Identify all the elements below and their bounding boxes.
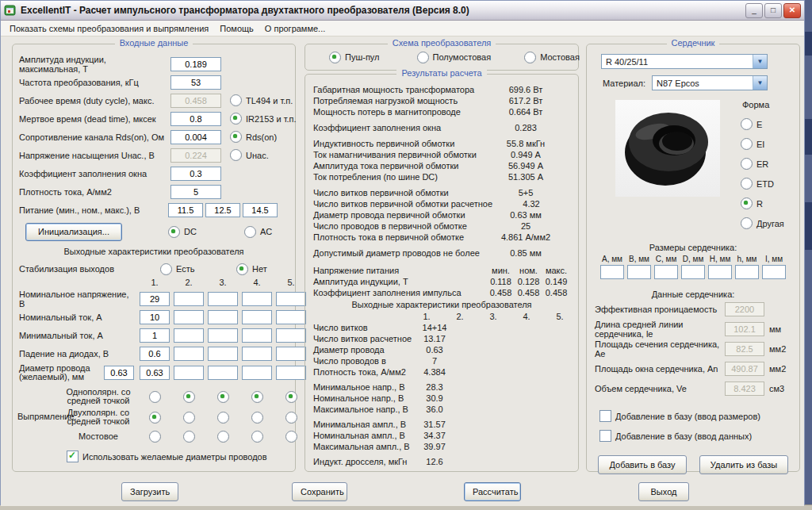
dim-a-input[interactable] (600, 265, 624, 279)
dc-radio[interactable]: DC (168, 226, 197, 238)
delete-from-db-button[interactable]: Удалить из базы (699, 455, 788, 474)
wire-diam-5[interactable] (276, 366, 306, 380)
add-db-sizes-box[interactable] (599, 410, 611, 422)
ac-radio[interactable]: AC (244, 226, 272, 238)
material-select[interactable]: N87 Epcos ▼ (652, 75, 768, 90)
unipolar-radio-3[interactable] (217, 391, 229, 403)
shape-e-radio[interactable]: E (741, 114, 784, 134)
calculate-button[interactable]: Рассчитать (464, 482, 521, 501)
unipolar-radio-4[interactable] (251, 391, 263, 403)
shape-ei-radio[interactable]: EI (741, 134, 784, 154)
nom-current-2[interactable] (174, 310, 204, 324)
fill-input[interactable] (170, 167, 221, 181)
shape-er-radio[interactable]: ER (741, 154, 784, 174)
diode-drop-2[interactable] (174, 347, 204, 361)
pushpull-radio[interactable]: Пуш-пул (329, 52, 380, 63)
stab-yes-radio[interactable]: Есть (160, 263, 236, 275)
usat-radio[interactable]: Uнас. (222, 149, 292, 161)
save-button[interactable]: Сохранить (292, 482, 347, 501)
menu-show-schemes[interactable]: Показать схемы преобразования и выпрямле… (4, 21, 214, 35)
bipolar-radio-5[interactable] (285, 412, 297, 424)
wire-diam-extra[interactable] (104, 366, 134, 380)
menu-about[interactable]: О программе... (259, 21, 331, 35)
core-select[interactable]: R 40/25/11 ▼ (601, 54, 768, 69)
deadtime-input[interactable] (170, 112, 221, 126)
wire-diam-2[interactable] (174, 366, 204, 380)
min-current-5[interactable] (276, 328, 306, 343)
unipolar-radio-5[interactable] (285, 391, 297, 403)
add-to-db-button[interactable]: Добавить в базу (598, 455, 687, 474)
nom-voltage-1[interactable] (140, 292, 170, 306)
min-current-1[interactable] (140, 328, 170, 343)
dim-d-input[interactable] (681, 265, 705, 279)
bridge-radio-2[interactable] (183, 431, 195, 443)
menu-help[interactable]: Помощь (214, 21, 259, 35)
halfbridge-radio[interactable]: Полумостовая (417, 52, 492, 63)
supply-min-input[interactable] (168, 203, 203, 217)
bridge-scheme-radio-circle[interactable] (524, 52, 536, 63)
add-db-data-box[interactable] (599, 430, 611, 442)
nom-current-5[interactable] (276, 310, 306, 324)
diode-drop-1[interactable] (140, 347, 170, 361)
unipolar-radio-1[interactable] (149, 391, 161, 403)
title-bar[interactable]: ExcellentIT - Расчет импульсного трансфо… (1, 1, 804, 21)
init-button[interactable]: Инициализация... (25, 223, 122, 241)
nom-voltage-3[interactable] (208, 292, 238, 306)
frequency-input[interactable] (170, 75, 221, 90)
wire-diam-4[interactable] (242, 366, 272, 380)
shape-other-radio[interactable]: Другая (741, 213, 784, 233)
bridge-radio-1[interactable] (149, 431, 161, 443)
min-current-4[interactable] (242, 328, 272, 343)
diode-drop-3[interactable] (208, 347, 238, 361)
tl494-radio-circle[interactable] (230, 94, 242, 106)
induction-input[interactable] (170, 57, 221, 71)
unipolar-radio-2[interactable] (183, 391, 195, 403)
ir2153-radio[interactable]: IR2153 и т.п. (222, 113, 292, 125)
bipolar-radio-4[interactable] (251, 412, 263, 424)
ir2153-radio-circle[interactable] (230, 113, 242, 125)
rdson-radio-circle[interactable] (230, 131, 242, 143)
stab-no-radio[interactable]: Нет (236, 263, 292, 275)
nom-current-1[interactable] (140, 310, 170, 324)
wire-diam-1[interactable] (140, 366, 170, 380)
nom-voltage-5[interactable] (276, 292, 306, 306)
bridge-scheme-radio[interactable]: Мостовая (524, 52, 580, 63)
shape-r-radio[interactable]: R (741, 194, 784, 213)
dim-h2-input[interactable] (735, 265, 759, 279)
ac-radio-circle[interactable] (244, 226, 256, 238)
diode-drop-5[interactable] (276, 347, 306, 361)
dim-b-input[interactable] (627, 265, 651, 279)
halfbridge-radio-circle[interactable] (417, 52, 429, 63)
nom-current-4[interactable] (242, 310, 272, 324)
stab-yes-circle[interactable] (160, 263, 172, 275)
core-select-arrow-icon[interactable]: ▼ (753, 55, 767, 68)
add-db-data-checkbox[interactable]: Добавление в базу (ввод данных) (599, 426, 799, 446)
usat-radio-circle[interactable] (230, 149, 242, 161)
dim-h-input[interactable] (708, 265, 732, 279)
dc-radio-circle[interactable] (168, 226, 180, 238)
nom-voltage-2[interactable] (174, 292, 204, 306)
tl494-radio[interactable]: TL494 и т.п. (222, 94, 292, 106)
min-current-2[interactable] (174, 328, 204, 343)
stab-no-circle[interactable] (236, 263, 248, 275)
bipolar-radio-2[interactable] (183, 412, 195, 424)
use-diameters-checkbox[interactable]: Использовать желаемые диаметры проводов (67, 451, 295, 462)
material-select-arrow-icon[interactable]: ▼ (753, 76, 767, 90)
shape-etd-radio[interactable]: ETD (741, 174, 784, 194)
pushpull-radio-circle[interactable] (329, 52, 341, 63)
dim-i-input[interactable] (762, 265, 786, 279)
dim-c-input[interactable] (654, 265, 678, 279)
bridge-radio-4[interactable] (251, 431, 263, 443)
supply-max-input[interactable] (243, 203, 278, 217)
add-db-sizes-checkbox[interactable]: Добавление в базу (ввод размеров) (599, 406, 799, 426)
nom-current-3[interactable] (208, 310, 238, 324)
min-current-3[interactable] (208, 328, 238, 343)
rdson-radio[interactable]: Rds(on) (222, 131, 292, 143)
use-diameters-checkbox-box[interactable] (67, 451, 79, 462)
close-button[interactable]: ✕ (783, 3, 801, 18)
rds-input[interactable] (170, 130, 221, 144)
bridge-radio-3[interactable] (217, 431, 229, 443)
exit-button[interactable]: Выход (638, 482, 689, 501)
bipolar-radio-3[interactable] (217, 412, 229, 424)
nom-voltage-4[interactable] (242, 292, 272, 306)
